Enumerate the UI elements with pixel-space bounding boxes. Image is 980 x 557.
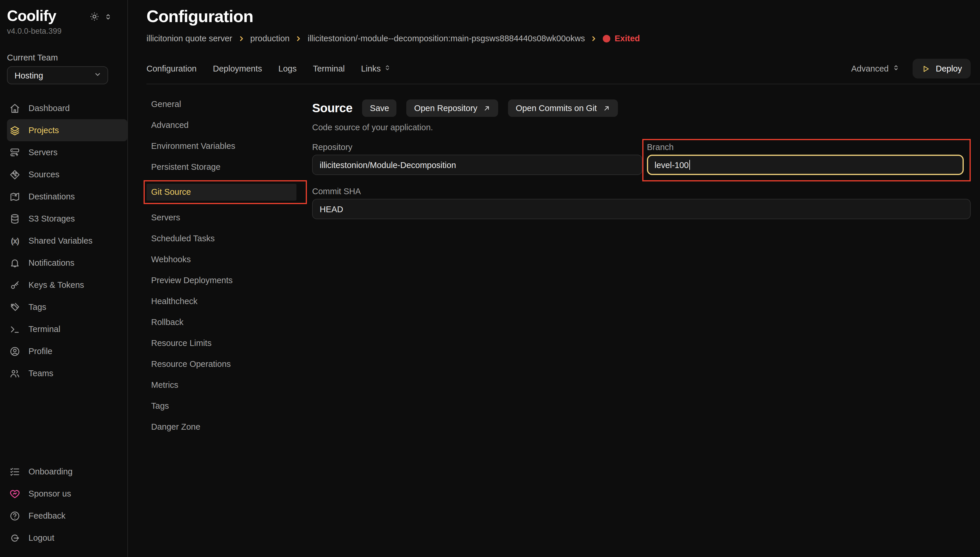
sidebar-item-tags[interactable]: Tags (7, 296, 122, 318)
sidebar-item-feedback[interactable]: Feedback (7, 505, 122, 527)
subnav-metrics[interactable]: Metrics (146, 375, 312, 395)
sidebar-item-destinations[interactable]: Destinations (7, 186, 122, 208)
sidebar-item-terminal[interactable]: Terminal (7, 318, 122, 340)
database-icon (9, 212, 21, 225)
sidebar: Coolify v4.0.0-beta.399 Current Team Hos… (0, 0, 128, 557)
tabbar: Configuration Deployments Logs Terminal … (146, 58, 971, 79)
team-select-value: Hosting (15, 71, 43, 80)
team-select[interactable]: Hosting (7, 66, 108, 84)
tab-links[interactable]: Links (361, 64, 391, 73)
sidebar-item-label: Notifications (28, 258, 75, 267)
subnav-git-source[interactable]: Git Source (146, 184, 296, 200)
sidebar-item-logout[interactable]: Logout (7, 527, 122, 549)
subnav-webhooks[interactable]: Webhooks (146, 249, 312, 270)
theme-selector-icon[interactable] (104, 13, 112, 21)
tab-deployments[interactable]: Deployments (213, 64, 262, 73)
sidebar-item-onboarding[interactable]: Onboarding (7, 461, 122, 482)
section-description: Code source of your application. (312, 123, 971, 132)
sidebar-item-sources[interactable]: Sources (7, 163, 122, 186)
subnav-rollback[interactable]: Rollback (146, 312, 312, 332)
chevron-right-icon (295, 34, 302, 42)
selector-icon (384, 64, 391, 73)
tab-configuration[interactable]: Configuration (146, 64, 197, 73)
sidebar-item-servers[interactable]: Servers (7, 141, 122, 163)
bell-icon (9, 257, 21, 269)
subnav-persistent-storage[interactable]: Persistent Storage (146, 156, 312, 178)
app-version: v4.0.0-beta.399 (7, 27, 122, 36)
key-icon (9, 279, 21, 291)
annotation-box-branch: Branch level-100 (642, 139, 971, 181)
branch-input[interactable]: level-100 (647, 155, 964, 175)
sidebar-item-profile[interactable]: Profile (7, 340, 122, 362)
user-circle-icon (9, 345, 21, 357)
braces-x-icon: (x) (9, 235, 21, 247)
layers-icon (9, 124, 21, 136)
sidebar-item-label: Logout (28, 533, 54, 542)
subnav-advanced[interactable]: Advanced (146, 114, 312, 135)
section-title: Source (312, 101, 353, 115)
subnav-preview-deployments[interactable]: Preview Deployments (146, 270, 312, 291)
sidebar-footer-nav: Onboarding Sponsor us Feedback Logout (7, 461, 122, 549)
open-commits-button[interactable]: Open Commits on Git (508, 99, 618, 117)
repository-field-group: Repository (312, 139, 642, 181)
logout-icon (9, 532, 21, 544)
sidebar-item-label: Destinations (28, 192, 75, 201)
tab-logs[interactable]: Logs (278, 64, 297, 73)
home-icon (9, 102, 21, 114)
commit-sha-input[interactable] (312, 199, 971, 219)
sidebar-item-label: Servers (28, 148, 57, 157)
sidebar-item-label: Projects (28, 125, 59, 135)
git-source-icon (9, 168, 21, 181)
subnav-resource-limits[interactable]: Resource Limits (146, 332, 312, 353)
breadcrumb-application[interactable]: illicitestonion/-module--decomposition:m… (307, 34, 585, 43)
sidebar-item-label: Profile (28, 347, 52, 356)
annotation-box-git-source: Git Source (143, 180, 307, 204)
breadcrumb-environment[interactable]: production (250, 34, 289, 43)
terminal-icon (9, 323, 21, 335)
subnav-danger-zone[interactable]: Danger Zone (146, 416, 312, 437)
sidebar-item-label: Onboarding (28, 467, 73, 476)
git-source-panel: Source Save Open Repository Open Commits… (312, 99, 971, 557)
sidebar-item-dashboard[interactable]: Dashboard (7, 97, 122, 119)
sidebar-item-label: Shared Variables (28, 236, 93, 245)
subnav-resource-operations[interactable]: Resource Operations (146, 353, 312, 375)
help-circle-icon (9, 510, 21, 522)
save-button[interactable]: Save (362, 99, 397, 117)
sidebar-item-sponsor-us[interactable]: Sponsor us (7, 482, 122, 505)
subnav-general[interactable]: General (146, 94, 312, 114)
text-cursor (689, 160, 690, 170)
subnav-environment-variables[interactable]: Environment Variables (146, 135, 312, 156)
sidebar-item-s3-storages[interactable]: S3 Storages (7, 208, 122, 230)
tab-terminal[interactable]: Terminal (313, 64, 345, 73)
advanced-dropdown[interactable]: Advanced (851, 64, 900, 73)
status-badge: Exited (603, 34, 640, 43)
sidebar-nav: Dashboard Projects Servers Sources (7, 97, 122, 384)
sidebar-item-keys-tokens[interactable]: Keys & Tokens (7, 274, 122, 296)
sidebar-item-label: Sources (28, 170, 59, 179)
sidebar-item-projects[interactable]: Projects (7, 119, 127, 141)
repository-input[interactable] (312, 155, 642, 175)
sidebar-item-teams[interactable]: Teams (7, 362, 122, 384)
subnav-tags[interactable]: Tags (146, 395, 312, 416)
breadcrumb-project[interactable]: illicitonion quote server (146, 34, 232, 43)
chevron-right-icon (237, 34, 245, 42)
external-link-icon (483, 104, 491, 112)
theme-toggle-sun-icon[interactable] (89, 11, 99, 21)
configuration-subnav: General Advanced Environment Variables P… (146, 94, 312, 557)
sidebar-item-label: Teams (28, 369, 53, 378)
sidebar-item-label: Dashboard (28, 104, 70, 113)
selector-icon (892, 64, 900, 73)
chevron-down-icon (94, 70, 102, 80)
subnav-scheduled-tasks[interactable]: Scheduled Tasks (146, 228, 312, 249)
map-icon (9, 191, 21, 203)
open-repository-button[interactable]: Open Repository (406, 99, 499, 117)
sidebar-item-notifications[interactable]: Notifications (7, 252, 122, 274)
app-logo: Coolify (7, 7, 56, 25)
status-text: Exited (615, 34, 640, 43)
subnav-servers[interactable]: Servers (146, 207, 312, 228)
deploy-button[interactable]: Deploy (913, 59, 971, 78)
subnav-healthcheck[interactable]: Healthcheck (146, 291, 312, 312)
sidebar-item-shared-variables[interactable]: (x) Shared Variables (7, 230, 122, 252)
sidebar-item-label: Tags (28, 302, 46, 312)
repository-label: Repository (312, 142, 642, 152)
